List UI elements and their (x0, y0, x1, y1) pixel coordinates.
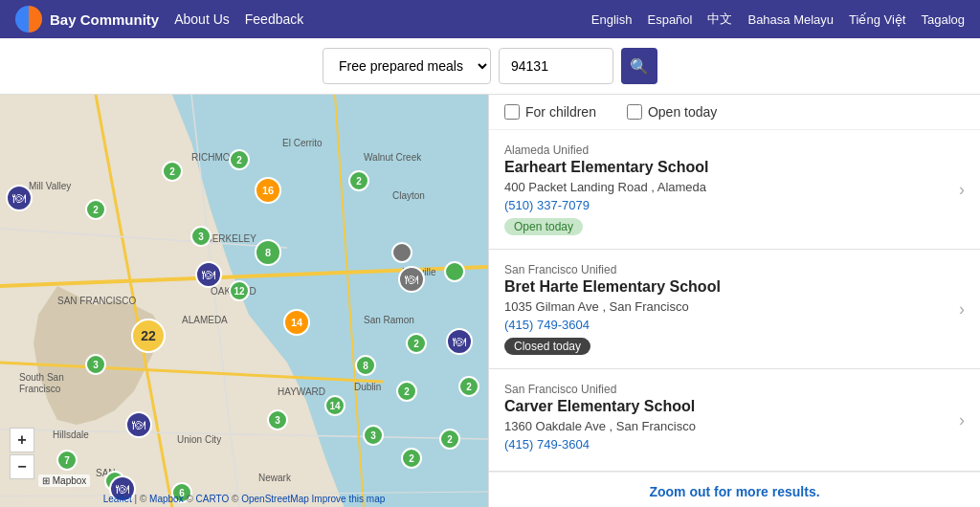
result-address: 400 Packet Landing Road , Alameda (504, 180, 951, 194)
cluster-7-hillsdale[interactable]: 7 (56, 450, 78, 471)
meal-icon-east: 🍽 (446, 328, 473, 355)
category-select[interactable]: Free prepared meals Food pantries Shelte… (323, 48, 491, 84)
cluster-2-san-ramon[interactable]: 2 (406, 333, 427, 354)
cluster-14[interactable]: 14 (283, 309, 310, 336)
lang-english[interactable]: English (591, 12, 633, 27)
feedback-link[interactable]: Feedback (245, 11, 303, 27)
result-org: San Francisco Unified (504, 383, 951, 396)
cluster-3-union2[interactable]: 3 (363, 425, 384, 446)
cluster-12-oakland2[interactable]: 12 (229, 280, 250, 301)
chevron-right-icon: › (959, 299, 965, 320)
nav-languages: English Español 中文 Bahasa Melayu Tiếng V… (591, 11, 965, 28)
filter-children[interactable]: For children (504, 104, 596, 120)
status-badge-open: Open today (504, 218, 583, 235)
result-name: Bret Harte Elementary School (504, 278, 951, 296)
map-background: Mill Valley RICHMOND El Cerrito Walnut C… (0, 95, 488, 507)
zoom-in-button[interactable]: + (10, 428, 34, 452)
search-button[interactable]: 🔍 (621, 48, 657, 84)
result-address: 1035 Gilman Ave , San Francisco (504, 299, 951, 314)
cluster-2-hayward2[interactable]: 2 (396, 381, 417, 402)
status-badge-closed: Closed today (504, 338, 590, 355)
map-container[interactable]: Mill Valley RICHMOND El Cerrito Walnut C… (0, 95, 488, 507)
cluster-2-mill[interactable]: 2 (85, 199, 106, 220)
mapbox-link[interactable]: Mapbox (149, 494, 184, 504)
lang-malay[interactable]: Bahasa Melayu (747, 12, 834, 27)
open-today-checkbox[interactable] (627, 104, 642, 120)
result-info: Alameda Unified Earheart Elementary Scho… (504, 143, 951, 235)
lang-chinese[interactable]: 中文 (707, 11, 732, 28)
about-us-link[interactable]: About Us (174, 11, 230, 27)
cluster-2-newark2[interactable]: 2 (439, 429, 460, 450)
lang-tagalog[interactable]: Tagalog (921, 12, 965, 27)
result-info: San Francisco Unified Carver Elementary … (504, 383, 951, 457)
meal-marker-danville[interactable]: 🍽 (398, 266, 425, 293)
meal-marker-berkeley[interactable]: 🍽 (195, 261, 222, 288)
meal-icon-north: 🍽 (6, 185, 33, 211)
result-address: 1360 Oakdale Ave , San Francisco (504, 419, 951, 433)
map-attribution: Leaflet | © Mapbox © CARTO © OpenStreetM… (0, 494, 488, 504)
results-panel: For children Open today Alameda Unified … (488, 95, 980, 507)
cluster-2-north[interactable]: 2 (162, 161, 183, 182)
result-phone[interactable]: (415) 749-3604 (504, 318, 951, 332)
lang-espanol[interactable]: Español (647, 12, 692, 27)
results-list: Alameda Unified Earheart Elementary Scho… (489, 130, 980, 472)
logo-icon (15, 6, 42, 33)
result-info: San Francisco Unified Bret Harte Element… (504, 263, 951, 355)
nav-left: Bay Community About Us Feedback (15, 6, 303, 33)
main-layout: Mill Valley RICHMOND El Cerrito Walnut C… (0, 95, 980, 507)
filter-open-today[interactable]: Open today (627, 104, 717, 120)
meal-icon-berkeley: 🍽 (195, 261, 222, 288)
cluster-2-dublin[interactable]: 2 (458, 376, 479, 397)
cluster-22[interactable]: 22 (131, 319, 166, 353)
cluster-2-newark[interactable]: 2 (401, 448, 422, 469)
chevron-right-icon: › (959, 180, 965, 200)
cluster-3-south-sf[interactable]: 3 (85, 354, 106, 375)
result-name: Earheart Elementary School (504, 159, 951, 176)
filter-open-today-label: Open today (648, 104, 717, 120)
meal-marker-sf[interactable]: 🍽 (125, 411, 152, 438)
meal-marker-north[interactable]: 🍽 (6, 185, 33, 211)
brand-name: Bay Community (50, 11, 159, 28)
meal-icon-danville: 🍽 (398, 266, 425, 293)
result-card[interactable]: San Francisco Unified Carver Elementary … (489, 369, 980, 472)
cluster-2-richmond[interactable]: 2 (229, 149, 250, 170)
children-checkbox[interactable] (504, 104, 520, 120)
search-bar: Free prepared meals Food pantries Shelte… (0, 38, 980, 95)
chevron-right-icon: › (959, 410, 965, 430)
cluster-14-hayward2[interactable]: 14 (324, 395, 345, 416)
zip-input[interactable] (499, 48, 613, 84)
cluster-8-oakland[interactable]: 8 (255, 239, 281, 266)
navbar: Bay Community About Us Feedback English … (0, 0, 980, 38)
cluster-gray-danville[interactable] (391, 242, 412, 263)
improve-map-link[interactable]: Improve this map (312, 494, 386, 504)
mapbox-logo: ⊞ Mapbox (38, 474, 90, 487)
map-zoom-controls: + − (10, 428, 34, 479)
cluster-8-hayward[interactable]: 8 (355, 355, 376, 376)
lang-vietnamese[interactable]: Tiếng Việt (849, 12, 905, 27)
carto-link[interactable]: CARTO (196, 494, 230, 504)
filters-bar: For children Open today (489, 95, 980, 130)
result-card[interactable]: Alameda Unified Earheart Elementary Scho… (489, 130, 980, 250)
leaflet-link[interactable]: Leaflet (103, 494, 132, 504)
zoom-out-notice[interactable]: Zoom out for more results. (489, 472, 980, 507)
meal-marker-east[interactable]: 🍽 (446, 328, 473, 355)
cluster-3-union[interactable]: 3 (267, 409, 288, 430)
meal-icon-sf: 🍽 (125, 411, 152, 438)
nav-logo: Bay Community (15, 6, 159, 33)
cluster-16[interactable]: 16 (255, 177, 281, 204)
search-icon: 🔍 (630, 57, 649, 76)
result-phone[interactable]: (510) 337-7079 (504, 198, 951, 212)
zoom-out-button[interactable]: − (10, 454, 34, 479)
result-org: Alameda Unified (504, 143, 951, 157)
result-phone[interactable]: (415) 749-3604 (504, 437, 951, 452)
result-org: San Francisco Unified (504, 263, 951, 276)
cluster-gray2[interactable] (444, 261, 465, 282)
cluster-3-berkeley[interactable]: 3 (190, 226, 212, 247)
osm-link[interactable]: OpenStreetMap (241, 494, 309, 504)
result-card[interactable]: San Francisco Unified Bret Harte Element… (489, 250, 980, 369)
result-name: Carver Elementary School (504, 398, 951, 415)
filter-children-label: For children (525, 104, 596, 120)
cluster-2-clayton[interactable]: 2 (348, 170, 369, 191)
